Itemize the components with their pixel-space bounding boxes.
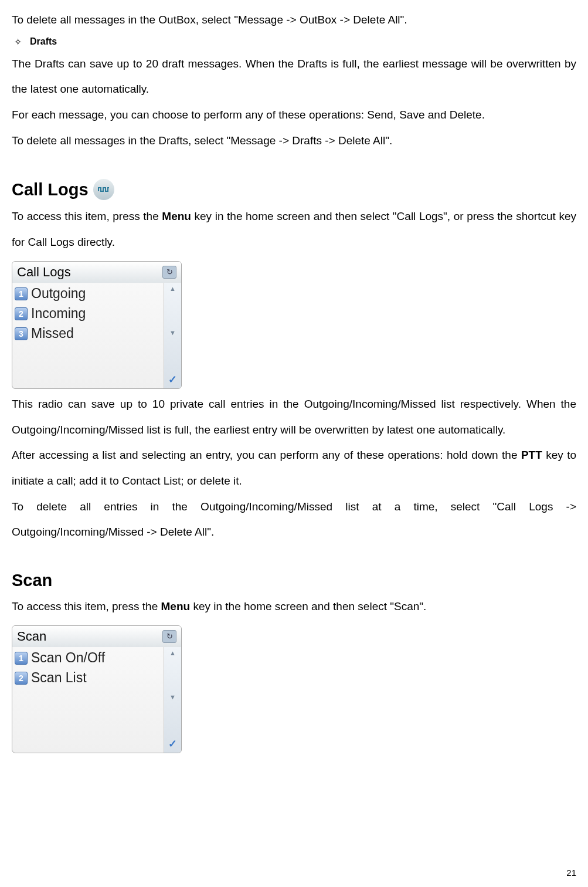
- refresh-icon[interactable]: ↻: [162, 630, 176, 643]
- item-label: Outgoing: [31, 286, 86, 302]
- check-icon[interactable]: ✓: [168, 737, 177, 750]
- menu-key-bold: Menu: [162, 210, 191, 222]
- calllogs-intro-before: To access this item, press the: [12, 210, 162, 222]
- item-number: 3: [15, 327, 28, 340]
- list-item[interactable]: 1 Outgoing: [15, 284, 161, 304]
- calllogs-p2: After accessing a list and selecting an …: [12, 442, 576, 493]
- scan-intro-after: key in the home screen and then select "…: [190, 600, 426, 612]
- menu-key-bold-2: Menu: [161, 600, 191, 612]
- item-number: 2: [15, 307, 28, 320]
- check-icon[interactable]: ✓: [168, 373, 177, 386]
- screen-sidebar: ▲ ▼ ✓: [164, 647, 181, 753]
- diamond-icon: ✧: [14, 36, 22, 48]
- drafts-p2: For each message, you can choose to perf…: [12, 102, 576, 128]
- calllogs-p1: This radio can save up to 10 private cal…: [12, 391, 576, 442]
- calllogs-p2-before: After accessing a list and selecting an …: [12, 449, 521, 461]
- screen-list: 1 Scan On/Off 2 Scan List: [12, 647, 164, 753]
- calllogs-icon: [93, 179, 114, 200]
- calllogs-screen: Call Logs ↻ 1 Outgoing 2 Incoming 3 Miss…: [12, 261, 182, 389]
- item-label: Incoming: [31, 306, 86, 321]
- calllogs-intro: To access this item, press the Menu key …: [12, 204, 576, 255]
- chevron-up-icon[interactable]: ▲: [169, 649, 176, 656]
- item-label: Missed: [31, 326, 74, 341]
- chevron-down-icon[interactable]: ▼: [169, 329, 176, 336]
- drafts-p3: To delete all messages in the Drafts, se…: [12, 128, 576, 154]
- screen-body: 1 Outgoing 2 Incoming 3 Missed ▲ ▼ ✓: [12, 283, 181, 388]
- refresh-icon[interactable]: ↻: [162, 266, 176, 279]
- outbox-delete-text: To delete all messages in the OutBox, se…: [12, 7, 576, 33]
- scan-screen: Scan ↻ 1 Scan On/Off 2 Scan List ▲ ▼ ✓: [12, 625, 182, 753]
- screen-header: Scan ↻: [12, 626, 181, 647]
- screen-list: 1 Outgoing 2 Incoming 3 Missed: [12, 283, 164, 388]
- screen-body: 1 Scan On/Off 2 Scan List ▲ ▼ ✓: [12, 647, 181, 753]
- calllogs-p3-line1: To delete all entries in the Outgoing/In…: [12, 494, 576, 520]
- screen-title: Call Logs: [17, 265, 71, 280]
- drafts-label: Drafts: [30, 36, 57, 47]
- item-number: 1: [15, 287, 28, 300]
- page-number: 21: [566, 868, 576, 878]
- list-item[interactable]: 1 Scan On/Off: [15, 648, 161, 668]
- calllogs-heading: Call Logs: [12, 179, 576, 200]
- scan-intro-before: To access this item, press the: [12, 600, 161, 612]
- scan-heading: Scan: [12, 571, 576, 590]
- list-item[interactable]: 2 Scan List: [15, 668, 161, 688]
- list-item[interactable]: 2 Incoming: [15, 304, 161, 324]
- scan-heading-text: Scan: [12, 571, 52, 590]
- screen-header: Call Logs ↻: [12, 262, 181, 283]
- calllogs-p3-line2: Outgoing/Incoming/Missed -> Delete All".: [12, 519, 576, 545]
- drafts-p1: The Drafts can save up to 20 draft messa…: [12, 51, 576, 102]
- item-number: 1: [15, 652, 28, 665]
- item-label: Scan On/Off: [31, 650, 105, 666]
- list-item[interactable]: 3 Missed: [15, 324, 161, 344]
- ptt-key-bold: PTT: [521, 449, 542, 461]
- screen-title: Scan: [17, 629, 46, 644]
- item-label: Scan List: [31, 670, 87, 686]
- chevron-down-icon[interactable]: ▼: [169, 693, 176, 700]
- calllogs-heading-text: Call Logs: [12, 180, 89, 199]
- drafts-bullet: ✧ Drafts: [12, 36, 576, 48]
- item-number: 2: [15, 672, 28, 685]
- screen-sidebar: ▲ ▼ ✓: [164, 283, 181, 388]
- scan-intro: To access this item, press the Menu key …: [12, 594, 576, 619]
- chevron-up-icon[interactable]: ▲: [169, 285, 176, 292]
